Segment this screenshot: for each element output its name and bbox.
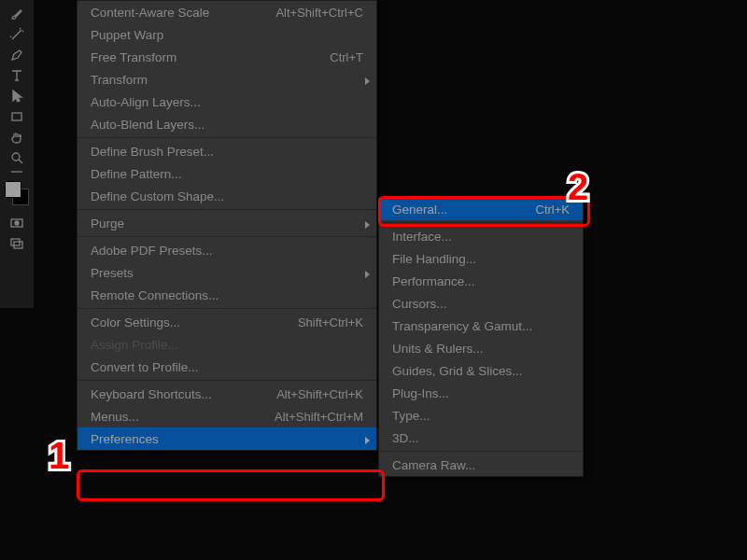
menu-item-menus[interactable]: Menus...Alt+Shift+Ctrl+M [78,405,376,427]
menu-item-preferences[interactable]: Preferences [78,427,376,450]
quickmask-icon[interactable] [7,215,27,231]
menu-item-shortcut: Ctrl+K [536,203,570,217]
wand-icon[interactable] [7,26,27,43]
menu-item-label: Preferences [91,432,159,446]
menu-item-label: Menus... [91,410,139,424]
menu-item-transform[interactable]: Transform [78,68,376,91]
menu-item-label: General... [392,203,447,217]
menu-item-purge[interactable]: Purge [78,212,376,234]
submenu-chevron-icon [364,218,371,232]
pref-item-interface[interactable]: Interface... [379,225,583,247]
menu-item-shortcut: Alt+Shift+Ctrl+K [276,387,363,401]
menu-item-assign-profile[interactable]: Assign Profile... [78,333,376,356]
annotation-box-1 [77,469,385,501]
menu-item-label: Remote Connections... [91,288,218,302]
menu-item-auto-align-layers[interactable]: Auto-Align Layers... [78,91,376,113]
edit-menu: Content-Aware ScaleAlt+Shift+Ctrl+CPuppe… [77,0,377,451]
foreground-color-swatch[interactable] [5,181,21,198]
pref-item-performance[interactable]: Performance... [379,270,583,292]
type-icon[interactable] [7,67,27,84]
menu-item-label: Presets [91,266,134,280]
menu-item-label: Camera Raw... [392,458,475,472]
menu-item-label: Convert to Profile... [91,360,199,374]
annotation-number-1: 1 1 [49,437,69,474]
svg-rect-0 [12,113,21,120]
menu-separator [78,236,376,237]
menu-item-label: Plug-Ins... [392,386,449,400]
menu-item-label: Units & Rulers... [392,342,484,356]
menu-item-free-transform[interactable]: Free TransformCtrl+T [78,46,376,68]
rectangle-icon[interactable] [7,108,27,125]
submenu-chevron-icon [364,268,371,282]
pref-item-3d[interactable]: 3D... [379,427,583,449]
menu-item-label: Define Brush Preset... [91,145,214,159]
menu-item-label: 3D... [392,431,419,445]
menu-item-label: Auto-Align Layers... [91,95,201,109]
menu-item-label: Keyboard Shortcuts... [91,387,212,401]
menu-item-define-custom-shape[interactable]: Define Custom Shape... [78,185,376,207]
foreground-background-swatch[interactable] [5,181,29,205]
menu-item-content-aware-scale[interactable]: Content-Aware ScaleAlt+Shift+Ctrl+C [78,1,376,23]
menu-item-define-pattern[interactable]: Define Pattern... [78,162,376,185]
menu-item-label: Color Settings... [91,315,180,329]
menu-item-remote-connections[interactable]: Remote Connections... [78,284,376,306]
menu-item-auto-blend-layers[interactable]: Auto-Blend Layers... [78,113,376,135]
pen-icon[interactable] [7,47,27,63]
menu-item-label: Purge [91,217,124,231]
menu-separator [379,222,583,223]
menu-item-label: Assign Profile... [91,338,178,352]
menu-separator [78,308,376,309]
menu-item-label: Guides, Grid & Slices... [392,364,523,378]
menu-item-shortcut: Ctrl+T [330,50,363,64]
pref-item-guides-grid-slices[interactable]: Guides, Grid & Slices... [379,359,583,382]
menu-item-label: Performance... [392,274,475,288]
brush-icon[interactable] [7,6,27,22]
submenu-chevron-icon [364,434,371,448]
menu-item-label: Puppet Warp [91,28,163,42]
menu-item-shortcut: Alt+Shift+Ctrl+M [275,410,363,424]
menu-item-label: Type... [392,409,430,423]
menu-item-label: Content-Aware Scale [91,6,209,20]
pref-item-cursors[interactable]: Cursors... [379,292,583,315]
pref-item-camera-raw[interactable]: Camera Raw... [379,454,583,476]
preferences-submenu: General...Ctrl+KInterface...File Handlin… [378,197,584,477]
hand-icon[interactable] [7,129,27,146]
submenu-chevron-icon [364,75,371,89]
menu-item-define-brush-preset[interactable]: Define Brush Preset... [78,140,376,162]
menu-item-presets[interactable]: Presets [78,261,376,284]
menu-item-label: Adobe PDF Presets... [91,244,213,258]
svg-point-1 [12,153,20,161]
divider-icon [7,170,27,174]
path-select-icon[interactable] [7,88,27,105]
menu-item-adobe-pdf-presets[interactable]: Adobe PDF Presets... [78,239,376,261]
menu-separator [78,209,376,210]
menu-separator [379,451,583,452]
pref-item-plug-ins[interactable]: Plug-Ins... [379,382,583,404]
toolbox [0,0,34,308]
menu-item-label: Define Custom Shape... [91,189,224,203]
menu-item-label: Auto-Blend Layers... [91,118,204,132]
pref-item-general[interactable]: General...Ctrl+K [379,198,583,220]
menu-item-label: Cursors... [392,297,447,311]
menu-item-label: Define Pattern... [91,167,182,181]
menu-item-keyboard-shortcuts[interactable]: Keyboard Shortcuts...Alt+Shift+Ctrl+K [78,383,376,405]
menu-item-shortcut: Alt+Shift+Ctrl+C [275,6,363,20]
menu-item-convert-to-profile[interactable]: Convert to Profile... [78,356,376,378]
menu-item-label: Interface... [392,230,452,244]
menu-separator [78,380,376,381]
pref-item-units-rulers[interactable]: Units & Rulers... [379,337,583,359]
menu-item-puppet-warp[interactable]: Puppet Warp [78,23,376,46]
menu-item-label: Transform [91,73,148,87]
pref-item-transparency-gamut[interactable]: Transparency & Gamut... [379,315,583,337]
menu-item-label: File Handling... [392,252,476,266]
menu-item-label: Free Transform [91,50,176,64]
pref-item-type[interactable]: Type... [379,404,583,427]
menu-item-color-settings[interactable]: Color Settings...Shift+Ctrl+K [78,311,376,333]
menu-item-shortcut: Shift+Ctrl+K [298,315,363,329]
svg-point-4 [15,221,19,225]
menu-separator [78,137,376,138]
screenmode-icon[interactable] [7,235,27,252]
menu-item-label: Transparency & Gamut... [392,319,532,333]
pref-item-file-handling[interactable]: File Handling... [379,247,583,270]
